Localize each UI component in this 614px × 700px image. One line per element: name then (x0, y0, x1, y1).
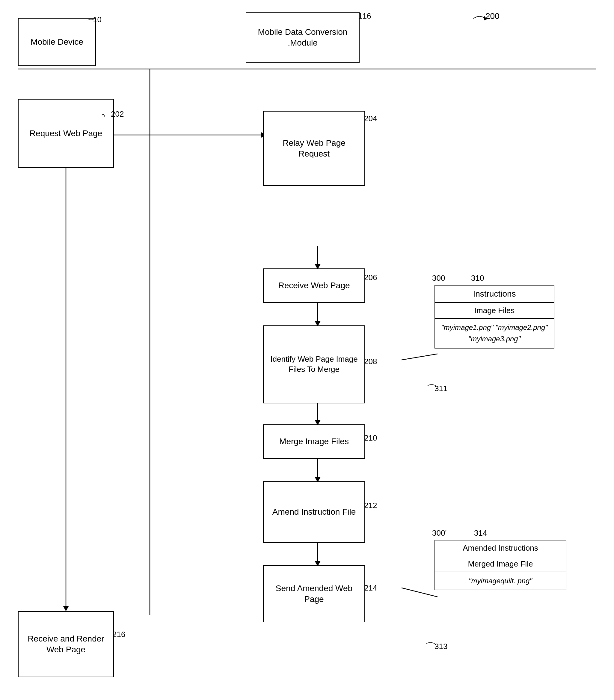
identify-files-label: Identify Web Page Image Files To Merge (266, 354, 362, 375)
ref-206: 206 (364, 273, 377, 282)
merge-image-box: Merge Image Files (263, 424, 365, 459)
amend-instruction-label: Amend Instruction File (272, 507, 356, 517)
send-amended-box: Send Amended Web Page (263, 565, 365, 622)
instruction-box-2-header: Amended Instructions (435, 540, 566, 557)
ref-300prime: 300' (432, 528, 447, 538)
mobile-device-label: Mobile Device (30, 37, 83, 47)
ref-116: 116 (358, 11, 371, 21)
receive-web-page-box: Receive Web Page (263, 268, 365, 303)
receive-web-page-label: Receive Web Page (278, 280, 350, 291)
receive-render-box: Receive and Render Web Page (18, 611, 114, 677)
ref-314: 314 (474, 528, 487, 538)
ref-208: 208 (364, 357, 377, 366)
instruction-box-2: 300' 314 Amended Instructions Merged Ima… (435, 540, 566, 590)
request-web-page-box: Request Web Page (18, 99, 114, 168)
module-box: Mobile Data Conversion .Module (246, 12, 360, 63)
diagram-container: Mobile Device 10 ⌒ Mobile Data Conversio… (0, 0, 614, 700)
svg-line-17 (401, 354, 437, 360)
request-web-page-label: Request Web Page (30, 128, 102, 139)
ref-10-arrow: ⌒ (87, 17, 95, 29)
relay-web-page-label: Relay Web Page Request (266, 138, 362, 160)
ref-214: 214 (364, 583, 377, 592)
ref-216: 216 (112, 630, 125, 639)
ref-210: 210 (364, 433, 377, 443)
merge-image-label: Merge Image Files (279, 436, 349, 447)
identify-files-box: Identify Web Page Image Files To Merge (263, 325, 365, 403)
instruction-box-1-subheader: Image Files (435, 303, 554, 319)
ref-311-curve (425, 381, 440, 390)
instruction-box-2-subheader: Merged Image File (435, 557, 566, 572)
ref-204: 204 (364, 114, 377, 123)
instruction-box-1: 300 310 Instructions Image Files "myimag… (435, 285, 554, 349)
svg-marker-3 (63, 606, 69, 611)
mobile-device-box: Mobile Device (18, 18, 96, 66)
ref-212: 212 (364, 501, 377, 510)
relay-web-page-box: Relay Web Page Request (263, 111, 365, 186)
instruction-box-1-content: "myimage1.png" "myimage2.png" "myimage3.… (435, 319, 554, 348)
instruction-box-2-content: "myimagequilt. png" (435, 572, 566, 590)
module-label: Mobile Data Conversion .Module (249, 27, 357, 49)
ref-300: 300 (432, 274, 445, 283)
svg-line-18 (401, 588, 437, 597)
amend-instruction-box: Amend Instruction File (263, 482, 365, 543)
ref-200-arrow (468, 13, 491, 25)
ref-310: 310 (471, 274, 484, 283)
ref-313-curve (425, 639, 440, 648)
send-amended-label: Send Amended Web Page (266, 583, 362, 605)
receive-render-label: Receive and Render Web Page (21, 634, 111, 655)
ref-202-curve (102, 111, 117, 120)
svg-marker-19 (484, 16, 487, 21)
instruction-box-1-header: Instructions (435, 286, 554, 303)
